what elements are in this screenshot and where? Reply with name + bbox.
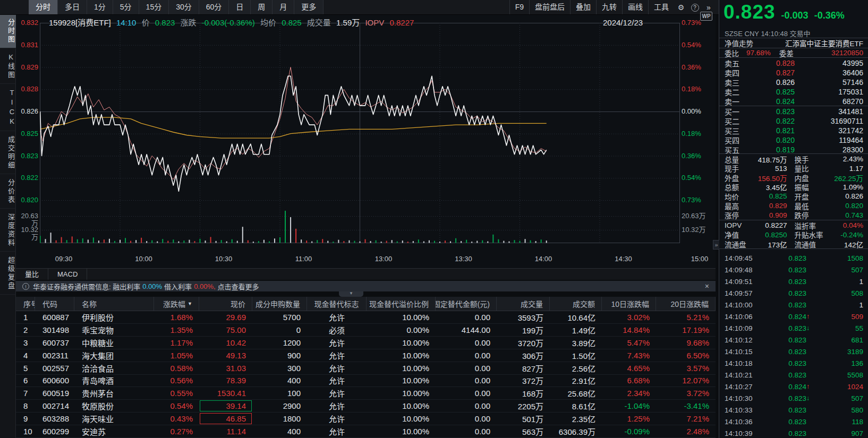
table-row[interactable]: 8002714牧原股份0.54%39.142900允许10.00%0.00220… [16, 400, 716, 413]
tick-row[interactable]: 14:09:510.8231 [719, 276, 868, 287]
toolbar-button-叠加[interactable]: 叠加 [570, 0, 596, 14]
tick-row[interactable]: 14:10:180.823136 [719, 357, 868, 369]
tick-time: 14:09:51 [725, 278, 765, 286]
tick-time: 14:10:09 [725, 324, 765, 332]
tick-row[interactable]: 14:10:090.823↓55 [719, 322, 868, 334]
help-icon[interactable]: ? [688, 3, 702, 12]
sidebar-item-TICK[interactable]: TICK [0, 85, 16, 131]
tick-trade-list[interactable]: 14:09:450.823150814:09:480.82350714:09:5… [719, 252, 868, 438]
column-header-5[interactable]: 现价 [199, 297, 252, 311]
toolbar-button-九转[interactable]: 九转 [596, 0, 622, 14]
tick-row[interactable]: 14:10:270.824↑1024 [719, 381, 868, 392]
table-row[interactable]: 2301498乖宝宠物1.35%75.000必须0.00%4144.00199万… [16, 324, 716, 337]
sidebar-item-成交明细[interactable]: 成交明细 [0, 132, 16, 174]
tick-row[interactable]: 14:10:120.823681 [719, 334, 868, 346]
column-header-10[interactable]: 成交量 [497, 297, 550, 311]
stat-value: 0.825 [752, 192, 787, 200]
period-tab-分时[interactable]: 分时 [29, 0, 58, 14]
table-row[interactable]: 9603288海天味业0.43%46.851800允许10.00%0.00501… [16, 413, 716, 425]
column-header-2[interactable]: 代码 [35, 297, 74, 311]
tab-macd[interactable]: MACD [48, 269, 87, 280]
column-header-13[interactable]: 20日涨跌幅 [656, 297, 716, 311]
intraday-plot[interactable] [40, 23, 680, 243]
tick-row[interactable]: 14:09:570.823508 [719, 287, 868, 299]
column-header-3[interactable]: 名称 [74, 297, 154, 311]
tick-volume: 509 [814, 313, 863, 321]
period-tab-多日[interactable]: 多日 [58, 0, 87, 14]
table-row[interactable]: 1600887伊利股份1.68%29.695700允许10.00%0.00359… [16, 311, 716, 324]
toolbar-button-工具[interactable]: 工具 [648, 0, 674, 14]
period-tab-60分[interactable]: 60分 [199, 0, 229, 14]
cell-现价: 78.39 [199, 375, 252, 387]
book-label: 买三 [725, 125, 747, 136]
tick-row[interactable]: 14:10:210.8235508 [719, 369, 868, 381]
cell-20日涨跌幅: 12.07% [656, 375, 716, 387]
toolbar-button-盘前盘后[interactable]: 盘前盘后 [529, 0, 570, 14]
fund-row[interactable]: 净值走势 汇添富中证主要消费ETF [719, 38, 868, 48]
column-header-8[interactable]: 现金替代溢价比例 [367, 297, 436, 311]
table-row[interactable]: 5002557洽洽食品0.58%31.03300允许10.00%0.00827万… [16, 362, 716, 375]
sidebar-item-超级复盘[interactable]: 超级复盘 [0, 253, 16, 295]
wp-monitor-icon[interactable]: WP [700, 12, 712, 21]
price-tick-label: 0.829 [16, 64, 38, 71]
tick-row[interactable]: 14:10:330.823580 [719, 404, 868, 416]
column-header-4[interactable]: 涨跌幅▼ [154, 297, 199, 311]
toolbar-button-F9[interactable]: F9 [509, 0, 529, 14]
period-tab-15分[interactable]: 15分 [139, 0, 169, 14]
tick-row[interactable]: 14:10:060.824↑509 [719, 311, 868, 322]
panel-expander-icon[interactable]: » [713, 240, 719, 250]
period-tab-30分[interactable]: 30分 [169, 0, 199, 14]
tick-row[interactable]: 14:09:450.8231508 [719, 252, 868, 264]
tick-row[interactable]: 14:09:480.823507 [719, 264, 868, 276]
column-header-9[interactable]: 固定替代金额(元) [436, 297, 497, 311]
cell-10日涨跌幅: 4.65% [602, 362, 656, 374]
period-tab-日[interactable]: 日 [229, 0, 251, 14]
column-header-12[interactable]: 10日涨跌幅 [602, 297, 656, 311]
cell-10日涨跌幅: 14.84% [602, 324, 656, 336]
tick-row[interactable]: 14:10:150.8233189 [719, 346, 868, 357]
tick-price: 0.823 [765, 301, 806, 309]
collapse-handle[interactable]: ▾ [339, 291, 363, 297]
more-chevron-icon[interactable]: » [702, 3, 716, 12]
cell-成分申购数量: 1200 [252, 337, 307, 349]
book-price: 0.826 [747, 78, 795, 87]
notice-more-link[interactable]: 点击查看更多 [218, 281, 259, 291]
book-label: 买二 [725, 116, 747, 126]
table-row[interactable]: 7600519贵州茅台0.55%1530.41100允许10.00%0.0016… [16, 387, 716, 400]
intraday-chart-region[interactable]: 159928[消费ETF] 14:10 价 0.823 涨跌 -0.003(-0… [16, 15, 716, 268]
sidebar-item-分价表[interactable]: 分价表 [0, 175, 16, 209]
period-tab-周[interactable]: 周 [251, 0, 273, 14]
volume-tick-label: 10.32万 [682, 226, 714, 234]
period-tab-更多[interactable]: 更多 [294, 0, 324, 14]
tick-row[interactable]: 14:10:360.823118 [719, 416, 868, 427]
column-header-7[interactable]: 现金替代标志 [307, 297, 367, 311]
tick-row[interactable]: 14:10:300.823↓507 [719, 392, 868, 404]
tick-price: 0.823 [765, 278, 806, 286]
tab-liangbi[interactable]: 量比 [16, 269, 48, 280]
period-tab-5分[interactable]: 5分 [113, 0, 139, 14]
close-icon[interactable]: × [705, 281, 709, 291]
toolbar-button-画线[interactable]: 画线 [622, 0, 648, 14]
column-header-6[interactable]: 成分申购数量 [252, 297, 307, 311]
sidebar-item-分时图[interactable]: 分时图 [0, 15, 16, 48]
table-row[interactable]: 10600299安迪苏0.27%11.14400允许10.00%0.00563万… [16, 425, 716, 438]
margin-notice-bar[interactable]: ! 华泰证券融券通供需信息: 融出利率 0.00% 借入利率 0.00%, 点击… [16, 281, 716, 291]
tick-row[interactable]: 14:10:390.823907 [719, 427, 868, 438]
tick-row[interactable]: 14:10:000.8231 [719, 299, 868, 311]
stat-row: 最高0.829最低0.820 [719, 201, 868, 210]
table-row[interactable]: 4002311海大集团1.05%49.13900允许10.00%0.00306万… [16, 349, 716, 362]
column-header-1[interactable]: 序号 [16, 297, 35, 311]
cell-固定替代金额(元): 0.00 [436, 400, 497, 412]
sidebar-item-K线图[interactable]: K线图 [0, 49, 16, 84]
sidebar-item-深度资料[interactable]: 深度资料 [0, 210, 16, 252]
period-tab-1分[interactable]: 1分 [87, 0, 113, 14]
time-tick-label: 10:00 [131, 255, 157, 263]
cell-代码: 600737 [35, 337, 74, 349]
column-header-11[interactable]: 成交额 [550, 297, 602, 311]
gear-icon[interactable]: ⚙ [674, 3, 688, 12]
volume-value: 1.59万 [336, 18, 360, 27]
table-row[interactable]: 3600737中粮糖业1.17%10.421200允许10.00%0.00372… [16, 337, 716, 349]
period-tab-月[interactable]: 月 [273, 0, 294, 14]
table-row[interactable]: 6600600青岛啤酒0.56%78.39400允许10.00%0.00372万… [16, 375, 716, 388]
cell-现金替代溢价比例: 10.00% [367, 400, 436, 412]
